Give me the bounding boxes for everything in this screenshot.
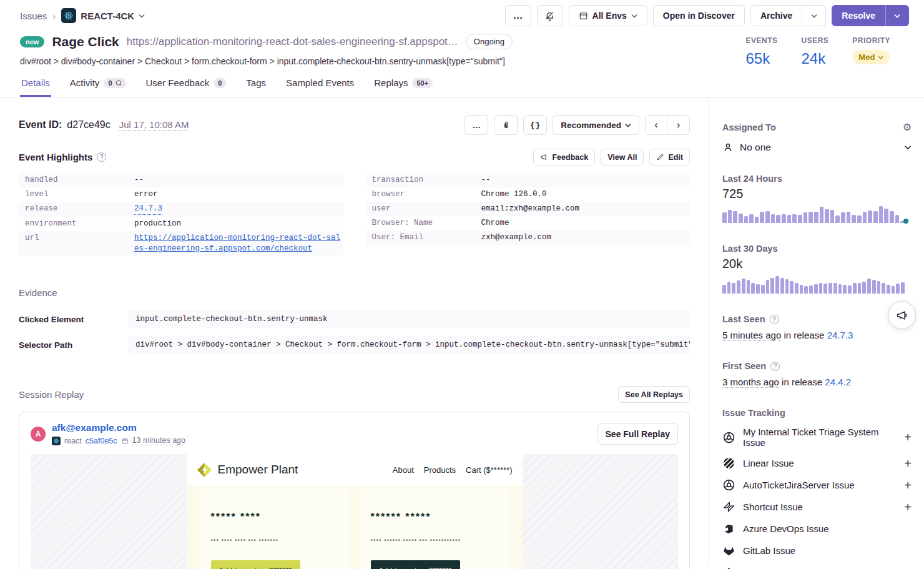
chart-bar xyxy=(742,279,745,294)
archive-button[interactable]: Archive xyxy=(750,5,802,26)
tab-tags[interactable]: Tags xyxy=(245,74,267,97)
replay-id-link[interactable]: c5af0e5c xyxy=(86,437,117,445)
last-seen-release-link[interactable]: 24.7.3 xyxy=(827,330,853,340)
resolve-button[interactable]: Resolve xyxy=(832,5,885,26)
help-icon[interactable]: ? xyxy=(770,315,779,324)
chart-bar xyxy=(901,282,905,294)
tracker-row-linear[interactable]: Linear Issue + xyxy=(722,457,912,470)
chart-bar xyxy=(756,284,760,294)
chevron-right-icon: › xyxy=(52,11,56,21)
tracker-row-shortcut[interactable]: Shortcut Issue + xyxy=(722,500,912,513)
replay-project-name: react xyxy=(64,437,82,445)
tracker-row-internal-triage[interactable]: My Internal Ticket Triage System Issue + xyxy=(722,427,912,448)
first-seen-time[interactable]: 3 months ago xyxy=(722,377,779,388)
feedback-button[interactable]: Feedback xyxy=(533,149,595,166)
chart-bar xyxy=(858,283,862,294)
last-seen-time[interactable]: 5 minutes ago xyxy=(722,330,781,341)
add-to-cart-button[interactable]: Add to cart — $****** xyxy=(371,560,460,569)
chart-bar xyxy=(749,214,754,223)
tracker-label: My Internal Ticket Triage System Issue xyxy=(743,427,897,448)
priority-selector[interactable]: Med xyxy=(852,50,890,64)
issue-actions: … All Envs Open in Discover Archive xyxy=(505,5,909,26)
tab-user-feedback[interactable]: User Feedback 0 xyxy=(145,74,228,97)
window-icon xyxy=(579,11,588,21)
top-bar: Issues › REACT-4CK … xyxy=(0,0,924,31)
chart-bar xyxy=(732,283,735,294)
tab-activity[interactable]: Activity 0 xyxy=(69,74,127,97)
add-issue-button[interactable]: + xyxy=(904,458,912,468)
last-30-days-chart[interactable] xyxy=(722,276,905,294)
json-button[interactable]: {} xyxy=(523,115,547,135)
release-link[interactable]: 24.7.3 xyxy=(134,204,162,215)
more-actions-button[interactable]: … xyxy=(505,5,531,26)
chart-bar xyxy=(744,216,749,223)
event-sort-selector[interactable]: Recommended xyxy=(553,115,639,135)
replay-nav-about[interactable]: About xyxy=(393,465,414,475)
chevron-down-icon xyxy=(139,14,145,18)
edit-button[interactable]: Edit xyxy=(649,149,690,166)
assignee-selector[interactable]: No one xyxy=(722,142,912,153)
mute-button[interactable] xyxy=(537,5,563,26)
tab-replays[interactable]: Replays 50+ xyxy=(373,74,434,97)
previous-event-button[interactable]: ‹ xyxy=(645,115,667,135)
add-issue-button[interactable]: + xyxy=(904,480,912,490)
tab-label: Replays xyxy=(374,77,408,88)
event-highlights-title: Event Highlights ? xyxy=(19,152,106,162)
breadcrumb-issues-link[interactable]: Issues xyxy=(20,11,47,21)
see-all-replays-button[interactable]: See All Replays xyxy=(618,386,690,403)
chevron-down-icon xyxy=(625,123,631,127)
all-envs-selector[interactable]: All Envs xyxy=(569,5,647,26)
help-icon[interactable]: ? xyxy=(770,362,780,371)
attachments-button[interactable] xyxy=(494,115,518,135)
issue-title: Rage Click xyxy=(52,34,119,49)
latest-event-dot xyxy=(903,219,908,224)
see-full-replay-button[interactable]: See Full Replay xyxy=(597,423,678,445)
replay-viewport[interactable]: Empower Plant About Products Cart ($****… xyxy=(31,454,678,569)
archive-dropdown-button[interactable] xyxy=(802,5,826,26)
resolve-dropdown-button[interactable] xyxy=(885,5,909,26)
open-in-discover-button[interactable]: Open in Discover xyxy=(653,5,745,26)
issue-tracking-title: Issue Tracking xyxy=(722,408,912,418)
kv-row: browserChrome 126.0.0 xyxy=(366,187,691,202)
empower-plant-brand: Empower Plant xyxy=(197,462,298,478)
tracker-row-gitlab[interactable]: GitLab Issue xyxy=(722,544,912,557)
add-issue-button[interactable]: + xyxy=(904,502,912,512)
project-selector[interactable]: REACT-4CK xyxy=(61,8,145,23)
feedback-widget-button[interactable] xyxy=(888,301,916,329)
chevron-down-icon xyxy=(878,56,883,59)
tracker-row-autoticket-jiraserver[interactable]: AutoTicketJiraServer Issue + xyxy=(722,478,912,492)
chart-bar xyxy=(890,211,894,223)
tracker-row-jira[interactable]: Jira Issue xyxy=(722,566,912,569)
feedback-label: Feedback xyxy=(552,153,588,162)
events-label: EVENTS xyxy=(745,36,777,45)
help-icon[interactable]: ? xyxy=(97,152,106,162)
event-timestamp[interactable]: Jul 17, 10:08 AM xyxy=(119,119,189,131)
tracker-row-azure-devops[interactable]: Azure DevOps Issue xyxy=(722,522,912,535)
chart-bar xyxy=(739,214,743,223)
last-seen-section: Last Seen ? 5 minutes ago in release 24.… xyxy=(722,314,912,340)
last-24-hours-chart[interactable] xyxy=(722,206,905,223)
gear-icon[interactable]: ⚙ xyxy=(903,121,912,133)
event-more-button[interactable]: … xyxy=(464,115,488,135)
view-all-button[interactable]: View All xyxy=(601,149,644,166)
replay-nav-cart[interactable]: Cart ($******) xyxy=(466,465,512,475)
events-value[interactable]: 65k xyxy=(745,50,777,67)
add-issue-button[interactable]: + xyxy=(904,432,912,442)
bell-slash-icon xyxy=(544,11,555,21)
replay-user-link[interactable]: afk@example.com xyxy=(52,422,185,433)
first-seen-title: First Seen ? xyxy=(722,361,912,371)
chart-bar xyxy=(825,209,829,223)
replay-time-ago[interactable]: 13 minutes ago xyxy=(132,436,185,445)
users-value[interactable]: 24k xyxy=(801,50,828,67)
chevron-down-icon xyxy=(904,145,912,150)
first-seen-release-link[interactable]: 24.4.2 xyxy=(825,377,851,387)
chart-bar xyxy=(776,215,780,223)
tab-sampled-events[interactable]: Sampled Events xyxy=(285,74,355,97)
tab-details[interactable]: Details xyxy=(20,74,51,97)
add-to-cart-button[interactable]: Add to cart — $****** xyxy=(211,560,300,569)
next-event-button[interactable]: › xyxy=(667,115,690,135)
replay-nav-products[interactable]: Products xyxy=(424,465,456,475)
replay-card: A afk@example.com react c5af0e5c xyxy=(19,412,690,569)
breadcrumb: Issues › REACT-4CK xyxy=(20,8,145,23)
url-link[interactable]: https://application-monitoring-react-dot… xyxy=(134,233,343,254)
